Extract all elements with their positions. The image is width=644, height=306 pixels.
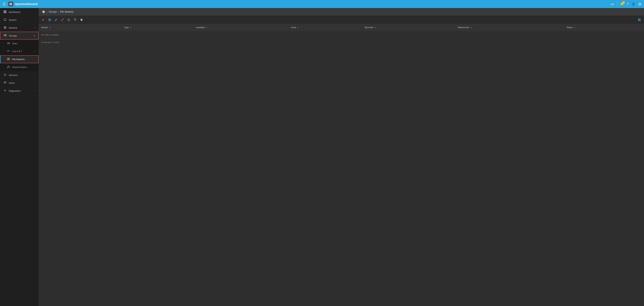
users-icon: [3, 81, 7, 84]
expand-button[interactable]: [60, 17, 65, 22]
svg-rect-6: [4, 12, 5, 13]
svg-rect-5: [5, 10, 6, 12]
storage-icon: [3, 34, 7, 37]
svg-point-29: [4, 74, 6, 75]
sidebar-label-sharedfolders: Shared Folders: [12, 66, 27, 68]
svg-marker-32: [42, 19, 44, 21]
svg-point-25: [7, 67, 8, 68]
toolbar: [38, 16, 644, 24]
disks-icon: [7, 42, 10, 45]
sort-icon-referenced: ⇅: [470, 27, 472, 28]
svg-rect-3: [11, 4, 12, 5]
sidebar-item-filesystems[interactable]: File Systems: [0, 55, 38, 63]
breadcrumb: 🏠 | Storage | File Systems: [38, 8, 644, 16]
sidebar-label-services: Services: [9, 74, 18, 76]
breadcrumb-separator2: |: [58, 10, 59, 13]
svg-rect-41: [80, 19, 83, 19]
sidebar-item-smart[interactable]: S.M.A.R.T. ›: [0, 48, 38, 55]
content-area: 🏠 | Storage | File Systems: [38, 8, 644, 306]
breadcrumb-storage[interactable]: Storage: [49, 10, 57, 13]
sidebar-item-network[interactable]: Network ›: [0, 24, 38, 32]
svg-line-37: [62, 20, 62, 21]
svg-rect-4: [4, 10, 5, 12]
sidebar-label-dashboard: Dashboard: [9, 11, 20, 14]
chevron-right-icon: ›: [34, 82, 35, 84]
column-available[interactable]: Available ⇅: [193, 24, 288, 31]
column-used[interactable]: Used ⇅: [288, 24, 362, 31]
dashboard-icon: [3, 10, 7, 14]
filesystems-table: Device ⇅ Type ⇅ Available ⇅ Used: [38, 24, 644, 39]
sort-icon-device: ⇅: [49, 27, 50, 28]
sidebar-item-storage[interactable]: Storage ∨: [0, 32, 38, 40]
svg-rect-42: [81, 18, 82, 19]
breadcrumb-separator: |: [46, 10, 47, 13]
delete-button[interactable]: [79, 17, 84, 22]
chevron-right-icon: ›: [34, 50, 35, 53]
column-status[interactable]: Status ⇅: [564, 24, 644, 31]
user-icon[interactable]: 👤: [632, 2, 635, 6]
system-icon: [3, 18, 7, 22]
sort-icon-used: ⇅: [297, 27, 298, 28]
app-title: openmediavault: [15, 2, 38, 6]
table-area: Device ⇅ Type ⇅ Available ⇅ Used: [38, 24, 644, 306]
edit-button[interactable]: [53, 17, 59, 22]
sidebar-item-diagnostics[interactable]: Diagnostics ›: [0, 87, 38, 95]
toolbar-right: [636, 17, 642, 22]
svg-rect-43: [638, 18, 639, 20]
mount-button[interactable]: [40, 17, 46, 22]
grid-view-button[interactable]: [636, 17, 642, 22]
filesystems-icon: [7, 58, 10, 61]
column-type[interactable]: Type ⇅: [122, 24, 193, 31]
svg-rect-8: [4, 18, 6, 20]
menu-icon[interactable]: ☰: [3, 2, 6, 6]
svg-marker-39: [74, 19, 76, 21]
sidebar-item-system[interactable]: System ›: [0, 16, 38, 24]
svg-rect-7: [5, 12, 6, 13]
app-logo: openmediavault: [8, 2, 610, 6]
storage-submenu: Disks S.M.A.R.T. › File Systems: [0, 40, 38, 71]
svg-point-24: [8, 66, 9, 66]
sort-icon-available: ⇅: [206, 27, 207, 28]
svg-point-16: [6, 34, 6, 35]
svg-point-26: [9, 67, 10, 68]
sidebar: Dashboard System › Network › Storage ∨: [0, 8, 38, 306]
home-icon[interactable]: 🏠: [42, 10, 45, 13]
selected-count: 0 selected / 0 total: [38, 39, 644, 46]
column-referenced[interactable]: Referenced ⇅: [455, 24, 564, 31]
svg-rect-40: [81, 19, 82, 21]
notification-bell[interactable]: 🔔 1: [620, 2, 624, 6]
svg-rect-1: [11, 3, 12, 4]
filter-button[interactable]: [72, 17, 78, 22]
diagnostics-icon: [3, 89, 7, 92]
help-icon[interactable]: ?: [627, 2, 628, 6]
username-label: nas: [610, 3, 614, 5]
svg-line-27: [8, 66, 8, 67]
sidebar-item-users[interactable]: Users ›: [0, 79, 38, 87]
chevron-right-icon: ›: [34, 27, 35, 29]
sidebar-label-network: Network: [9, 26, 17, 29]
sharedfolders-icon: [7, 66, 10, 69]
services-icon: [3, 74, 7, 77]
sort-icon-type: ⇅: [130, 27, 132, 28]
no-data-row: No data to display.: [38, 31, 644, 39]
sidebar-label-smart: S.M.A.R.T.: [12, 50, 22, 53]
svg-point-31: [5, 82, 6, 82]
column-mounted[interactable]: Mounted ⇅: [362, 24, 455, 31]
sidebar-label-diagnostics: Diagnostics: [9, 90, 21, 92]
sidebar-item-dashboard[interactable]: Dashboard: [0, 8, 38, 16]
column-device[interactable]: Device ⇅: [38, 24, 122, 31]
check-button[interactable]: [66, 17, 72, 22]
create-button[interactable]: [47, 17, 52, 22]
sidebar-item-services[interactable]: Services ›: [0, 71, 38, 79]
sidebar-label-users: Users: [9, 82, 15, 84]
svg-point-30: [4, 82, 5, 83]
sidebar-item-disks[interactable]: Disks: [0, 40, 38, 48]
sidebar-item-sharedfolders[interactable]: Shared Folders: [0, 63, 38, 71]
svg-rect-46: [640, 20, 640, 21]
svg-rect-22: [7, 59, 8, 60]
power-icon[interactable]: ⏻: [638, 2, 641, 6]
network-icon: [3, 26, 7, 29]
svg-line-36: [62, 19, 64, 20]
svg-rect-23: [8, 59, 10, 60]
svg-rect-2: [10, 4, 10, 5]
